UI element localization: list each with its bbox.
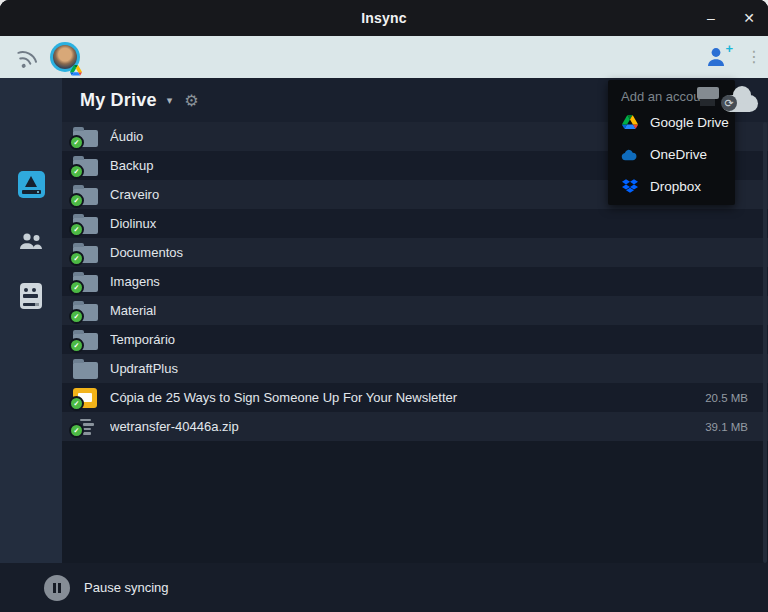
title-bar: Insync – ✕ (0, 0, 768, 36)
file-name: wetransfer-40446a.zip (110, 419, 693, 434)
sidebar-item-my-drive[interactable] (0, 162, 62, 206)
menu-item-onedrive[interactable]: OneDrive (608, 138, 735, 170)
tooltip-remnant (697, 87, 719, 99)
gear-icon[interactable]: ⚙ (184, 91, 198, 110)
file-row[interactable]: ✓ Diolinux (62, 209, 768, 238)
file-name: Imagens (110, 274, 736, 289)
file-name: Temporário (110, 332, 736, 347)
file-row[interactable]: ✓ Material (62, 296, 768, 325)
file-row[interactable]: ✓ Cópia de 25 Ways to Sign Someone Up Fo… (62, 383, 768, 412)
synced-check-icon: ✓ (69, 309, 84, 324)
file-name: UpdraftPlus (110, 361, 736, 376)
file-row[interactable]: ✓ Imagens (62, 267, 768, 296)
window-controls: – ✕ (702, 0, 758, 36)
google-drive-badge-icon (70, 62, 82, 74)
page-title: My Drive (80, 90, 157, 111)
synced-check-icon: ✓ (69, 164, 84, 179)
file-name: Material (110, 303, 736, 318)
window-title: Insync (361, 10, 407, 26)
status-bar: Pause syncing (0, 563, 768, 612)
sidebar-item-shared-with-me[interactable] (0, 220, 62, 264)
file-row[interactable]: ✓ wetransfer-40446a.zip 39.1 MB (62, 412, 768, 441)
menu-item-dropbox[interactable]: Dropbox (608, 170, 735, 202)
pause-syncing-label[interactable]: Pause syncing (84, 580, 169, 595)
pause-icon[interactable] (44, 575, 70, 601)
plus-glyph: + (725, 41, 733, 56)
overflow-menu-button[interactable]: ⋮ (746, 49, 758, 65)
onedrive-icon (621, 148, 639, 161)
file-row[interactable]: UpdraftPlus (62, 354, 768, 383)
dropbox-icon (621, 179, 639, 193)
synced-check-icon: ✓ (69, 338, 84, 353)
synced-check-icon: ✓ (69, 135, 84, 150)
sync-feed-button[interactable]: ⟳ (720, 85, 760, 115)
synced-check-icon: ✓ (69, 193, 84, 208)
file-size: 20.5 MB (705, 392, 748, 404)
my-drive-icon (18, 171, 45, 198)
menu-item-label: OneDrive (650, 147, 707, 162)
file-name: Documentos (110, 245, 736, 260)
signal-icon (8, 40, 41, 75)
file-name: Cópia de 25 Ways to Sign Someone Up For … (110, 390, 693, 405)
folder-icon (73, 362, 98, 379)
minimize-button[interactable]: – (702, 10, 720, 26)
menu-items: Google DriveOneDriveDropbox (608, 106, 735, 202)
devices-icon (20, 283, 42, 309)
synced-check-icon: ✓ (69, 251, 84, 266)
insync-window: Insync – ✕ + ⋮ (0, 0, 768, 612)
synced-check-icon: ✓ (69, 280, 84, 295)
add-account-button[interactable]: + (706, 45, 732, 69)
menu-item-google-drive[interactable]: Google Drive (608, 106, 735, 138)
shared-with-me-icon (17, 232, 45, 252)
synced-check-icon: ✓ (69, 396, 84, 411)
synced-check-icon: ✓ (69, 222, 84, 237)
google-drive-icon (621, 115, 639, 129)
close-button[interactable]: ✕ (740, 10, 758, 26)
menu-item-label: Dropbox (650, 179, 701, 194)
file-row[interactable]: ✓ Documentos (62, 238, 768, 267)
sidebar (0, 78, 62, 563)
toolbar: + ⋮ (0, 36, 768, 78)
chevron-down-icon[interactable]: ▾ (167, 94, 173, 107)
scrollbar[interactable] (763, 122, 767, 563)
sidebar-item-devices[interactable] (0, 274, 62, 318)
account-avatar[interactable] (50, 42, 80, 72)
refresh-icon: ⟳ (721, 95, 737, 111)
tooltip-remnant-shadow (700, 99, 715, 106)
file-size: 39.1 MB (705, 421, 748, 433)
synced-check-icon: ✓ (69, 423, 84, 438)
menu-item-label: Google Drive (650, 115, 729, 130)
file-name: Diolinux (110, 216, 736, 231)
file-row[interactable]: ✓ Temporário (62, 325, 768, 354)
